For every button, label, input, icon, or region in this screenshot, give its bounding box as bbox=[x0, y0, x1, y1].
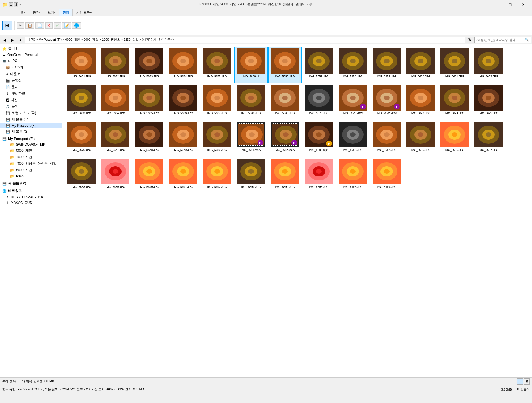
file-item[interactable]: IMG_5696.JPG bbox=[336, 157, 370, 194]
file-item[interactable]: IMG_5659.JPG bbox=[370, 47, 404, 83]
sidebar-item-0000[interactable]: 📂 0000_개인 bbox=[0, 147, 62, 154]
search-input[interactable] bbox=[476, 38, 524, 42]
sidebar-item-video[interactable]: 🎬 동영상 bbox=[0, 77, 62, 84]
file-item[interactable]: IMG_5655.JPG bbox=[200, 47, 234, 83]
sidebar-item-makacloud[interactable]: 🖥 MAKACLOUD bbox=[0, 200, 62, 206]
sidebar-section-vol-g[interactable]: 💾 새 볼륨 (G:) bbox=[0, 180, 62, 187]
file-item[interactable]: ▶IMG_5672.MOV bbox=[370, 83, 404, 120]
file-item[interactable]: ▶IMG_5671.MOV bbox=[336, 83, 370, 120]
maximize-button[interactable]: □ bbox=[504, 0, 517, 9]
file-item[interactable]: IMG_5670.JPG bbox=[302, 83, 336, 120]
sidebar-item-7000[interactable]: 📂 7000_김남돈_아이폰_백업 bbox=[0, 160, 62, 167]
sidebar-section-network[interactable]: 🌐 네트워크 bbox=[0, 188, 62, 194]
file-item[interactable]: IMG_5692.JPG bbox=[200, 157, 234, 194]
rename-btn[interactable]: 📝 bbox=[62, 22, 71, 29]
tab-share[interactable]: 공유 S bbox=[29, 9, 44, 16]
sidebar-item-document[interactable]: 📄 문서 bbox=[0, 84, 62, 90]
quick-access-2[interactable]: 2 bbox=[14, 2, 18, 7]
file-item[interactable]: IMG_5691.JPG bbox=[166, 157, 200, 194]
file-item[interactable]: IMG_5673.JPG bbox=[404, 83, 438, 120]
sidebar-section-passport[interactable]: 💾 My Passport (F:) bbox=[0, 136, 62, 142]
file-item[interactable]: IMG_5688.JPG bbox=[64, 157, 98, 194]
sidebar-item-windows-tmp[interactable]: 📂 $WINDOWS.~TMP bbox=[0, 142, 62, 147]
sidebar-item-my-passport[interactable]: 💾 My Passport (F:) bbox=[0, 123, 62, 128]
file-item[interactable]: ▶IMG_5682.MOV bbox=[268, 120, 302, 157]
file-item[interactable]: IMG_5680.JPG bbox=[200, 120, 234, 157]
file-item[interactable]: IMG_5662.JPG bbox=[472, 47, 505, 83]
file-item[interactable]: IMG_5679.JPG bbox=[166, 120, 200, 157]
file-item[interactable]: IMG_5663.JPG bbox=[64, 83, 98, 120]
file-item[interactable]: ▶IMG_5682.mp4 bbox=[302, 120, 336, 157]
file-item[interactable]: IMG_5693.JPG bbox=[234, 157, 268, 194]
minimize-button[interactable]: ─ bbox=[491, 0, 504, 9]
sidebar-item-local-c[interactable]: 💾 로컬 디스크 (C:) bbox=[0, 110, 62, 116]
sidebar-item-3d[interactable]: 📦 3D 개체 bbox=[0, 64, 62, 71]
search-box[interactable]: 🔍 bbox=[474, 37, 531, 43]
file-item[interactable]: IMG_5654.JPG bbox=[166, 47, 200, 83]
sidebar-item-1000[interactable]: 📂 1000_사진 bbox=[0, 154, 62, 160]
refresh-button[interactable]: ↻ bbox=[466, 36, 473, 43]
delete-btn[interactable]: ✕ bbox=[45, 22, 53, 29]
sidebar-item-photo[interactable]: 🖼 사진 bbox=[0, 97, 62, 103]
file-item[interactable]: IMG_5690.JPG bbox=[132, 157, 166, 194]
address-path[interactable]: 내 PC > My Passport (F:) > 0000_개인 > 2000… bbox=[25, 37, 465, 43]
file-item[interactable]: IMG_5667.JPG bbox=[200, 83, 234, 120]
copy-btn[interactable]: 📋 bbox=[25, 22, 34, 29]
globe-btn[interactable]: 🌐 bbox=[72, 22, 81, 29]
cut-btn[interactable]: ✂ bbox=[17, 22, 24, 29]
sidebar-item-onedrive[interactable]: ☁ OneDrive - Personal bbox=[0, 52, 62, 58]
file-item[interactable]: IMG_5674.JPG bbox=[438, 83, 472, 120]
sidebar-item-music[interactable]: 🎵 음악 bbox=[0, 103, 62, 110]
sidebar-item-favorites[interactable]: ⭐ 즐겨찾기 bbox=[0, 46, 62, 52]
sidebar-item-pc[interactable]: 💻 내 PC bbox=[0, 58, 62, 64]
file-item[interactable]: IMG_5675.JPG bbox=[472, 83, 505, 120]
file-item[interactable]: IMG_5660.JPG bbox=[404, 47, 438, 83]
file-item[interactable]: ▶IMG_5681.MOV bbox=[234, 120, 268, 157]
file-item[interactable]: IMG_5652.JPG bbox=[98, 47, 132, 83]
file-item[interactable]: IMG_5676.JPG bbox=[64, 120, 98, 157]
close-button[interactable]: ✕ bbox=[517, 0, 530, 9]
file-item[interactable]: IMG_5669.JPG bbox=[268, 83, 302, 120]
file-item[interactable]: IMG_5687.JPG bbox=[472, 120, 505, 157]
file-item[interactable]: IMG_5684.JPG bbox=[370, 120, 404, 157]
file-item[interactable]: IMG_5694.JPG bbox=[268, 157, 302, 194]
file-item[interactable]: IMG_5677.JPG bbox=[98, 120, 132, 157]
file-item[interactable]: IMG_5661.JPG bbox=[438, 47, 472, 83]
file-item[interactable]: IMG_5668.JPG bbox=[234, 83, 268, 120]
sidebar-item-temp[interactable]: 📂 temp bbox=[0, 173, 62, 179]
file-item[interactable]: IMG_5653.JPG bbox=[132, 47, 166, 83]
icon-view-btn[interactable]: ⊞ bbox=[524, 378, 530, 385]
file-item[interactable]: IMG_5657.JPG bbox=[302, 47, 336, 83]
file-item[interactable]: IMG_5658.JPG bbox=[336, 47, 370, 83]
tab-photo-tools[interactable]: 사진 도구 JP bbox=[73, 9, 96, 16]
sidebar-item-desktop-pc[interactable]: 🖥 DESKTOP-A4D7Q1K bbox=[0, 194, 62, 200]
file-item[interactable]: IMG_5686.JPG bbox=[438, 120, 472, 157]
file-item[interactable]: IMG_5656.JPG bbox=[268, 47, 302, 83]
quick-access-1[interactable]: 1 bbox=[9, 2, 13, 7]
thumbnail-view-btn[interactable]: ⊞ bbox=[2, 21, 12, 30]
sidebar-item-download[interactable]: ⬇ 다운로드 bbox=[0, 71, 62, 77]
file-item[interactable]: IMG_5678.JPG bbox=[132, 120, 166, 157]
tab-view[interactable]: 보기 V bbox=[44, 9, 59, 16]
sidebar-item-desktop[interactable]: 🖥 바탕 화면 bbox=[0, 90, 62, 97]
checkmark-btn[interactable]: ✓ bbox=[54, 22, 61, 29]
file-item[interactable]: IMG_5666.JPG bbox=[166, 83, 200, 120]
sidebar-item-8000[interactable]: 📂 8000_사진 bbox=[0, 167, 62, 173]
file-item[interactable]: IMG_5656.gif bbox=[234, 47, 268, 83]
paste-btn[interactable]: 📄 bbox=[35, 22, 44, 29]
back-button[interactable]: ◀ bbox=[1, 36, 8, 43]
file-item[interactable]: IMG_5697.JPG bbox=[370, 157, 404, 194]
detail-view-btn[interactable]: ≡ bbox=[517, 378, 523, 385]
file-item[interactable]: IMG_5651.JPG bbox=[64, 47, 98, 83]
file-item[interactable]: IMG_5664.JPG bbox=[98, 83, 132, 120]
up-button[interactable]: ▲ bbox=[17, 36, 24, 43]
file-item[interactable]: IMG_5665.JPG bbox=[132, 83, 166, 120]
sidebar-item-vol-g[interactable]: 💾 새 볼륨 (G:) bbox=[0, 128, 62, 135]
tab-home[interactable]: 홈 H bbox=[17, 9, 29, 16]
file-item[interactable]: IMG_5695.JPG bbox=[302, 157, 336, 194]
tab-manage[interactable]: 관리 bbox=[59, 9, 73, 16]
file-item[interactable]: IMG_5689.JPG bbox=[98, 157, 132, 194]
forward-button[interactable]: ▶ bbox=[9, 36, 16, 43]
file-item[interactable]: IMG_5683.JPG bbox=[336, 120, 370, 157]
file-item[interactable]: IMG_5685.JPG bbox=[404, 120, 438, 157]
